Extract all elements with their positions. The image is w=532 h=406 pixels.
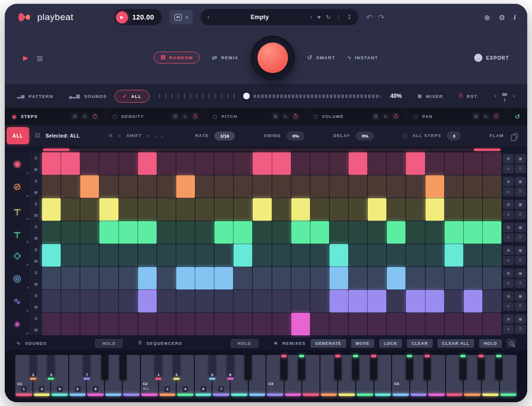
step-cell[interactable] [234,221,252,244]
copy-icon[interactable] [513,133,518,139]
loop-icon[interactable]: ↻ [281,113,289,121]
step-cell[interactable] [445,221,463,244]
step-cell[interactable] [349,290,367,312]
solo-button[interactable]: S [30,152,42,163]
erase-icon[interactable]: ⊗ [503,200,514,209]
delay-value[interactable]: 0% [356,131,374,140]
track-button[interactable]: ┬◢ [5,198,30,221]
shift-left-button[interactable]: ‹ [119,132,121,139]
step-cell[interactable] [157,175,176,198]
loop-next-button[interactable]: › [513,93,515,99]
loop-icon[interactable]: ↻ [181,113,189,121]
step-cell[interactable] [119,198,138,221]
step-cell[interactable] [310,152,329,175]
all-steps-toggle[interactable] [403,134,407,138]
step-cell[interactable] [387,313,405,335]
mute-button[interactable]: M [30,256,42,267]
step-cell[interactable] [387,198,405,221]
step-cell[interactable] [483,313,501,335]
step-cell[interactable] [464,152,482,175]
step-cell[interactable] [42,267,61,289]
step-cell[interactable] [406,244,425,267]
step-cell[interactable] [349,267,367,289]
sounds-tab[interactable]: ▄▂▆ SOUNDS [69,94,107,99]
sliders-icon[interactable]: ≡ [503,210,514,220]
step-cell[interactable] [464,290,482,312]
step-cell[interactable] [387,152,405,175]
swing-value[interactable]: 0% [287,131,305,140]
step-cell[interactable] [330,244,348,267]
step-cell[interactable] [330,152,348,175]
step-cell[interactable] [119,152,138,175]
step-cell[interactable] [176,175,195,198]
solo-button[interactable]: S [30,313,42,324]
solo-button[interactable]: S [30,198,42,209]
step-cell[interactable] [368,313,386,335]
bpm-value[interactable]: 120.00 [132,13,154,21]
shift-right-button[interactable]: › [148,132,149,139]
track-button[interactable]: ◎◢ [5,267,30,289]
instant-button[interactable]: ϟ INSTANT [348,54,378,61]
step-cell[interactable] [349,244,367,267]
step-cell[interactable] [349,152,367,175]
black-key[interactable]: 2 [30,355,37,380]
dice-icon[interactable]: ⚄ [372,113,380,121]
step-cell[interactable] [426,267,444,289]
kebab-icon[interactable]: ⋮ [336,14,341,20]
step-cell[interactable] [80,244,99,267]
step-cell[interactable] [291,221,310,244]
remixes-hold-button[interactable]: HOLD [479,339,502,348]
erase-icon[interactable]: ⊗ [503,268,514,278]
step-cell[interactable] [138,175,157,198]
step-cell[interactable] [291,244,310,267]
step-cell[interactable] [330,175,348,198]
step-cell[interactable] [253,221,271,244]
dots-icon[interactable]: ⠿ [515,325,526,334]
erase-icon[interactable]: ⊗ [503,223,514,232]
toggle-circle[interactable] [113,115,117,119]
loop-end-handle[interactable] [474,149,500,151]
download-icon[interactable]: ↧ [347,14,351,20]
solo-button[interactable]: S [30,244,42,255]
pattern-loop-strip[interactable] [43,149,500,151]
step-cell[interactable] [445,267,463,289]
step-cell[interactable] [464,198,482,221]
mute-button[interactable]: M [30,301,42,312]
step-cell[interactable] [349,221,367,244]
step-cell[interactable] [157,244,176,267]
preset-next-button[interactable]: › [310,14,312,20]
step-cell[interactable] [272,290,291,312]
step-cell[interactable] [61,175,80,198]
step-cell[interactable] [310,290,329,312]
step-cell[interactable] [253,152,271,175]
step-cell[interactable] [483,267,501,289]
step-cell[interactable] [330,290,348,312]
step-cell[interactable] [80,175,99,198]
step-cell[interactable] [157,198,176,221]
tab-density[interactable]: DENSITY ⚄ ↻ [106,108,206,125]
mute-button[interactable]: M [30,324,42,335]
step-cell[interactable] [214,175,233,198]
step-cell[interactable] [445,198,463,221]
dice-icon[interactable]: ⚄ [472,113,480,121]
solo-button[interactable]: S [30,290,42,301]
step-cell[interactable] [464,221,482,244]
step-cell[interactable] [464,267,482,289]
step-cell[interactable] [368,244,386,267]
step-cell[interactable] [387,244,405,267]
step-cell[interactable] [138,221,157,244]
erase-icon[interactable]: ⊗ [503,314,514,324]
power-button[interactable] [191,113,199,121]
step-cell[interactable] [157,152,176,175]
drop-icon[interactable]: ◉ [515,200,526,209]
trigger-pad[interactable] [257,43,288,73]
pattern-tab[interactable]: ▂▅ PATTERN [17,94,53,99]
track-button[interactable]: ⊘◢ [5,175,30,198]
step-cell[interactable] [80,198,99,221]
step-cell[interactable] [119,313,138,335]
step-cell[interactable] [214,221,233,244]
step-cell[interactable] [272,175,291,198]
search-button[interactable] [507,339,516,348]
step-cell[interactable] [42,313,61,335]
step-cell[interactable] [426,152,444,175]
